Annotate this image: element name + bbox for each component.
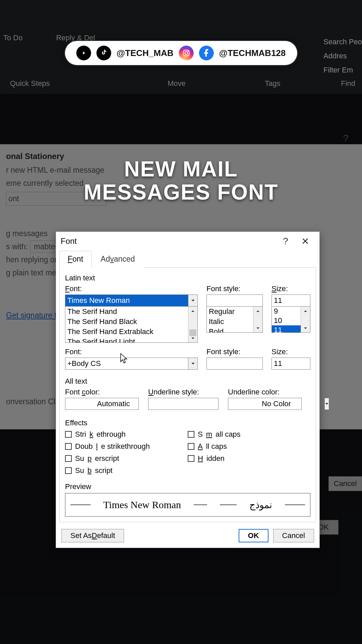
social-handle-1: @TECH_MAB	[117, 48, 174, 58]
tiktok-icon	[97, 46, 111, 60]
hidden-checkbox[interactable]: HiddenHidden	[188, 454, 310, 463]
cs-font-combo[interactable]	[65, 358, 198, 370]
scrollbar-thumb[interactable]	[189, 329, 196, 336]
small-caps-checkbox[interactable]: Small capsSmall caps	[188, 430, 310, 439]
double-strike-checkbox[interactable]: Double strikethroughDouble strikethrough	[65, 442, 188, 451]
cs-style-label: Font style:	[206, 347, 263, 356]
facebook-icon	[199, 46, 214, 60]
svg-point-2	[188, 51, 189, 52]
font-dropdown-button[interactable]	[188, 295, 197, 306]
social-handle-2: @TECHMAB128	[219, 48, 286, 58]
cs-font-label: Font:	[65, 347, 198, 356]
stationery-help-icon: ?	[343, 132, 349, 144]
tab-font[interactable]: FFontont	[59, 251, 92, 268]
cs-font-input[interactable]	[65, 358, 188, 369]
font-option[interactable]: The Serif Hand Light	[65, 337, 197, 343]
scroll-down-arrow[interactable]	[253, 324, 262, 332]
cs-size-label: Size:	[272, 347, 310, 356]
get-signature-link: Get signature to	[6, 311, 61, 320]
size-combo[interactable]	[272, 294, 310, 307]
size-label: Size:Size:	[272, 284, 310, 293]
cs-style-combo[interactable]	[206, 358, 263, 370]
svg-point-1	[185, 52, 188, 55]
scroll-up-arrow[interactable]	[253, 307, 262, 315]
social-handle-pill: @TECH_MAB @TECHMAB128	[65, 41, 297, 65]
underline-style-combo[interactable]	[148, 398, 219, 410]
instagram-icon	[179, 46, 194, 60]
font-style-combo[interactable]	[206, 294, 263, 307]
preview-arabic-text: نموذج	[249, 499, 272, 511]
scroll-down-arrow[interactable]	[301, 324, 310, 332]
preview-box: Times New Roman نموذج	[65, 493, 310, 517]
font-input[interactable]	[65, 295, 188, 306]
font-style-label: Font style:	[206, 284, 263, 293]
dialog-close-button[interactable]: ✕	[295, 232, 315, 251]
underline-color-label: Underline color:Underline color:	[228, 388, 302, 396]
underline-style-label: Underline style:Underline style:	[148, 388, 219, 396]
ribbon-group-find: Find	[334, 78, 362, 89]
ok-button[interactable]: OK	[239, 529, 268, 542]
font-option[interactable]: The Serif Hand Black	[65, 317, 197, 327]
preview-label: Preview	[65, 482, 310, 491]
font-option[interactable]: The Serif Hand	[65, 307, 197, 317]
scroll-up-arrow[interactable]	[188, 307, 197, 315]
font-option[interactable]: The Serif Hand Extrablack	[65, 327, 197, 337]
youtube-icon	[76, 46, 91, 60]
all-text-label: All text	[65, 377, 310, 386]
ribbon-right-cluster: Search Peo Addres Filter Em	[323, 35, 362, 77]
font-field-label: Font:Font:	[65, 284, 198, 293]
font-style-listbox[interactable]: Regular Italic Bold	[206, 307, 263, 333]
dialog-help-button[interactable]: ?	[276, 232, 295, 251]
ribbon-todo: To Do	[3, 34, 22, 42]
ribbon-group-move: Move	[161, 78, 192, 89]
tab-advanced[interactable]: AdvancedAdvanced	[92, 251, 143, 268]
stationery-cancel-bg: Cancel	[328, 476, 362, 491]
ribbon-group-quicksteps: Quick Steps	[3, 78, 57, 89]
scroll-up-arrow[interactable]	[301, 307, 310, 315]
subscript-checkbox[interactable]: SubscriptSubscript	[65, 466, 188, 475]
font-listbox[interactable]: The Serif Hand The Serif Hand Black The …	[65, 307, 198, 343]
underline-color-combo[interactable]	[228, 398, 302, 410]
size-listbox[interactable]: 9 10 11	[272, 307, 310, 333]
cs-size-input[interactable]	[272, 358, 362, 369]
font-combo[interactable]	[65, 294, 198, 307]
effects-label: Effects	[65, 419, 310, 427]
latin-text-label: Latin text	[65, 274, 310, 282]
size-input[interactable]	[272, 295, 362, 306]
cancel-button[interactable]: Cancel	[273, 529, 314, 542]
superscript-checkbox[interactable]: SuperscriptSuperscript	[65, 454, 188, 463]
cs-font-dropdown-button[interactable]	[188, 358, 197, 369]
preview-latin-text: Times New Roman	[103, 499, 181, 511]
scrollbar-track[interactable]	[188, 315, 197, 334]
strikethrough-checkbox[interactable]: StrikethroughStrikethrough	[65, 430, 188, 439]
underline-color-dropdown-button[interactable]	[324, 398, 329, 410]
ribbon-group-tags: Tags	[258, 78, 287, 89]
dialog-title: Font	[61, 236, 276, 246]
font-color-value[interactable]	[65, 398, 162, 410]
font-color-label: Font color:Font color:	[65, 388, 139, 396]
font-color-combo[interactable]	[65, 398, 139, 410]
underline-color-value[interactable]	[228, 398, 324, 410]
all-caps-checkbox[interactable]: All capsAll caps	[188, 442, 310, 451]
font-dialog: Font ? ✕ FFontont AdvancedAdvanced Latin…	[56, 231, 320, 548]
set-as-default-button[interactable]: Set As DefaultSet As Default	[61, 529, 124, 542]
cs-size-combo[interactable]	[272, 358, 310, 370]
